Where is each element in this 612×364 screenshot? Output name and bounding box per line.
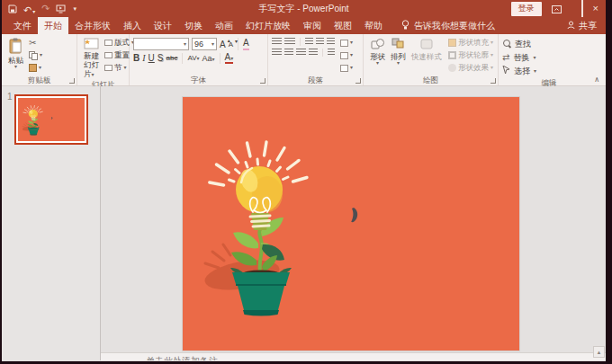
select-button[interactable]: 选择▾ — [502, 65, 597, 77]
redo-icon: ↷ — [41, 4, 50, 13]
tab-slideshow[interactable]: 幻灯片放映 — [239, 17, 297, 34]
line-spacing-icon[interactable] — [327, 38, 335, 46]
shapes-icon — [371, 38, 385, 52]
tab-insert[interactable]: 插入 — [117, 17, 148, 34]
text-direction-button[interactable]: ▾ — [340, 37, 353, 49]
clipboard-group-label: 剪贴板 — [2, 75, 76, 85]
justify-icon[interactable] — [309, 49, 319, 57]
drawing-group-label: 绘图 — [364, 75, 498, 85]
paragraph-group-label: 段落 — [268, 75, 363, 85]
font-color-button[interactable]: A▾ — [225, 53, 234, 64]
decrease-indent-icon[interactable] — [305, 38, 313, 46]
titlebar: ↶▾ ↷ ▾ 手写文字 - PowerPoint 登录 × — [2, 0, 606, 17]
shape-outline-button: 形状轮廓▾ — [448, 49, 493, 61]
dialog-launcher-icon[interactable] — [69, 78, 75, 84]
font-group: ▾ 96▾ A▴ A▾ A B I U S abc AV▾ — [130, 34, 268, 85]
font-group-label: 字体 — [130, 75, 267, 85]
smartart-icon — [340, 65, 348, 72]
font-size-combo[interactable]: 96▾ — [192, 38, 217, 50]
shrink-font-button[interactable]: A▾ — [229, 40, 233, 49]
tab-file[interactable]: 文件 — [7, 17, 38, 34]
cut-icon: ✂ — [29, 39, 36, 48]
slide-thumbnail[interactable] — [14, 94, 88, 145]
notes-pane[interactable]: 单击此处添加备注 — [101, 352, 606, 360]
notes-placeholder: 单击此处添加备注 — [146, 355, 606, 360]
new-slide-button[interactable]: 新建 幻灯片▾ — [81, 37, 102, 79]
align-text-button[interactable]: ▾ — [340, 49, 353, 61]
arrange-button[interactable]: 排列 ▾ — [388, 37, 409, 67]
qat-menu-icon[interactable]: ▾ — [73, 5, 76, 13]
shape-outline-icon — [448, 51, 456, 59]
tell-me-box[interactable]: 告诉我你想要做什么 — [401, 17, 495, 34]
tab-review[interactable]: 审阅 — [297, 17, 328, 34]
shape-fill-icon — [448, 39, 456, 47]
workspace: 1 单击此处添加备注 ▲ — [2, 86, 606, 360]
align-text-icon — [340, 52, 348, 59]
replace-icon: ⇄ — [502, 53, 509, 62]
sign-in-button[interactable]: 登录 — [511, 2, 542, 16]
copy-button[interactable]: ▾ — [29, 49, 42, 61]
numbering-icon[interactable] — [284, 38, 294, 46]
scroll-up-button[interactable]: ▲ — [593, 346, 605, 358]
shape-fill-button: 形状填充▾ — [448, 37, 493, 49]
share-button[interactable]: 共享 — [567, 17, 606, 34]
dialog-launcher-icon[interactable] — [490, 78, 496, 84]
editing-group: 查找 ⇄替换▾ 选择▾ 编辑 — [499, 34, 599, 85]
italic-button[interactable]: I — [142, 53, 145, 64]
tab-view[interactable]: 视图 — [328, 17, 358, 34]
quick-styles-button: 快速样式 — [409, 37, 445, 62]
tab-design[interactable]: 设计 — [148, 17, 178, 34]
tab-animations[interactable]: 动画 — [209, 17, 239, 34]
change-case-button[interactable]: Aa▾ — [202, 53, 214, 64]
tab-help[interactable]: 帮助 — [358, 17, 389, 34]
strikethrough-button[interactable]: abc — [166, 53, 177, 64]
quick-styles-icon — [419, 38, 434, 52]
save-icon[interactable] — [8, 1, 17, 17]
dialog-launcher-icon[interactable] — [356, 78, 361, 84]
tab-transitions[interactable]: 切换 — [178, 17, 209, 34]
tab-merge-shapes[interactable]: 合并形状 — [68, 17, 117, 34]
cut-button[interactable]: ✂ — [29, 37, 42, 49]
format-painter-button[interactable]: ▾ — [29, 62, 42, 74]
grow-font-button[interactable]: A▴ — [220, 40, 226, 49]
ribbon-tab-bar: 文件 开始 合并形状 插入 设计 切换 动画 幻灯片放映 审阅 视图 帮助 告诉… — [2, 17, 606, 34]
clear-formatting-button[interactable]: A — [243, 38, 249, 50]
ribbon-display-options-icon[interactable] — [552, 1, 562, 17]
bullets-icon[interactable] — [272, 38, 282, 46]
window-title: 手写文字 - PowerPoint — [258, 3, 348, 15]
section-icon — [104, 65, 112, 71]
convert-smartart-button[interactable]: ▾ — [340, 62, 353, 74]
close-button[interactable]: × — [593, 4, 598, 13]
shape-effects-button: 形状效果▾ — [448, 62, 493, 74]
reset-icon — [104, 52, 112, 58]
slideshow-icon[interactable] — [56, 1, 66, 17]
font-name-combo[interactable]: ▾ — [133, 38, 189, 50]
find-button[interactable]: 查找 — [502, 38, 597, 50]
lightbulb — [236, 166, 283, 213]
share-person-icon — [567, 21, 575, 31]
collapse-ribbon-icon[interactable]: ∧ — [594, 75, 599, 84]
format-painter-icon — [29, 64, 37, 72]
align-right-icon[interactable] — [296, 49, 306, 57]
tab-home[interactable]: 开始 — [38, 17, 68, 34]
lightbulb-icon — [401, 20, 410, 32]
drawing-group: 形状 ▾ 排列 ▾ 快速样式 形状填充▾ — [364, 34, 499, 85]
increase-indent-icon[interactable] — [316, 38, 324, 46]
underline-button[interactable]: U — [148, 53, 155, 64]
dialog-launcher-icon[interactable] — [260, 78, 266, 84]
align-left-icon[interactable] — [272, 49, 282, 57]
bold-button[interactable]: B — [133, 53, 140, 64]
undo-icon[interactable]: ↶▾ — [23, 1, 35, 17]
paste-button[interactable]: 粘贴 ▾ — [5, 37, 26, 70]
shapes-button[interactable]: 形状 ▾ — [367, 37, 388, 67]
columns-icon[interactable] — [328, 49, 335, 57]
text-shadow-button[interactable]: S — [158, 53, 164, 64]
maximize-button[interactable] — [581, 1, 583, 17]
slide-canvas[interactable] — [183, 97, 519, 351]
align-center-icon[interactable] — [284, 49, 294, 57]
character-spacing-button[interactable]: AV▾ — [187, 53, 199, 64]
replace-button[interactable]: ⇄替换▾ — [502, 51, 597, 64]
slides-group: 新建 幻灯片▾ 版式▾ 重置 节▾ 幻灯片 — [77, 34, 130, 85]
paragraph-group: ▾ ▾ ▾ 段落 — [268, 34, 364, 85]
text-direction-icon — [340, 40, 348, 47]
